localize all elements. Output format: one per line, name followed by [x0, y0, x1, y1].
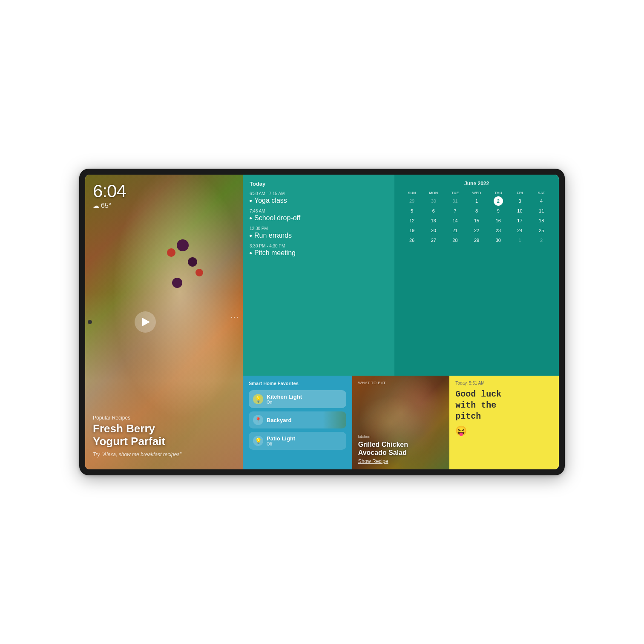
weather-widget: ☁ 65° [93, 202, 126, 210]
device-status: On [267, 400, 342, 405]
cal-day[interactable]: 13 [429, 216, 438, 225]
cal-day[interactable]: 3 [515, 196, 524, 206]
weather-icon: ☁ [93, 202, 99, 210]
recipe-hint: Try "Alexa, show me breakfast recipes" [93, 451, 235, 457]
cal-day[interactable]: 2 [537, 236, 546, 245]
show-recipe-button[interactable]: Show Recipe [358, 458, 444, 464]
cal-day[interactable]: 6 [429, 206, 438, 216]
cal-day[interactable]: 7 [450, 206, 460, 216]
cal-day[interactable]: 15 [472, 216, 481, 225]
schedule-time: 3:30 PM - 4:30 PM [250, 244, 388, 248]
schedule-time: 6:30 AM - 7:15 AM [250, 191, 388, 196]
cal-day-today[interactable]: 2 [494, 196, 503, 206]
bulb-on-icon: 💡 [253, 394, 263, 404]
cal-day[interactable]: 28 [450, 236, 460, 245]
schedule-time: 12:30 PM [250, 226, 388, 231]
schedule-event-name: Yoga class [250, 197, 388, 204]
note-timestamp: Today, 5:51 AM [455, 381, 553, 385]
bullet-icon [250, 217, 252, 219]
cal-day[interactable]: 29 [407, 196, 417, 206]
cal-day[interactable]: 1 [515, 236, 524, 245]
cal-day[interactable]: 14 [450, 216, 460, 225]
calendar-panel: June 2022 SUN MON TUE WED THU FRI SAT 29… [394, 175, 559, 376]
berry-decoration [177, 239, 189, 251]
cal-day[interactable]: 22 [472, 226, 481, 235]
food-panel-content: What To Eat kitchen Grilled ChickenAvoca… [352, 376, 450, 469]
schedule-event-name: Pitch meeting [250, 249, 388, 257]
cal-day[interactable]: 5 [407, 206, 417, 216]
cal-day[interactable]: 27 [429, 236, 438, 245]
location-icon: 📍 [253, 415, 263, 425]
cal-day[interactable]: 30 [429, 196, 438, 206]
calendar-grid: SUN MON TUE WED THU FRI SAT 29 30 31 1 2… [401, 190, 552, 245]
smart-home-panel: Smart Home Favorites 💡 Kitchen Light On … [243, 376, 352, 469]
cal-day[interactable]: 24 [515, 226, 524, 235]
berry-decoration [188, 257, 197, 267]
cal-day[interactable]: 12 [407, 216, 417, 225]
recipe-info: Popular Recipes Fresh BerryYogurt Parfai… [93, 415, 235, 457]
bullet-icon [250, 235, 252, 237]
cal-day[interactable]: 16 [494, 216, 503, 225]
bottom-row: Smart Home Favorites 💡 Kitchen Light On … [243, 376, 559, 469]
cal-day[interactable]: 10 [515, 206, 524, 216]
note-emoji: 😝 [455, 426, 553, 437]
recipe-category: Popular Recipes [93, 415, 235, 421]
food-tag: What To Eat [358, 381, 386, 385]
cal-day[interactable]: 9 [494, 206, 503, 216]
play-button[interactable] [135, 311, 156, 333]
cal-day[interactable]: 20 [429, 226, 438, 235]
cal-day[interactable]: 29 [472, 236, 481, 245]
device-name: Patio Light [267, 435, 342, 442]
media-panel: 6:04 ☁ 65° Popular Recipes Fresh BerryYo… [85, 175, 243, 469]
cal-day[interactable]: 17 [515, 216, 524, 225]
clock: 6:04 [93, 182, 126, 200]
smart-home-title: Smart Home Favorites [249, 381, 346, 386]
cal-day[interactable]: 18 [537, 216, 546, 225]
cal-day[interactable]: 8 [472, 206, 481, 216]
cal-day[interactable]: 26 [407, 236, 417, 245]
schedule-event-name: School drop-off [250, 214, 388, 222]
schedule-title: Today [250, 181, 388, 187]
echo-show-device: 6:04 ☁ 65° Popular Recipes Fresh BerryYo… [79, 169, 565, 475]
cal-day[interactable]: 25 [537, 226, 546, 235]
more-options-button[interactable]: ⋮ [230, 313, 239, 322]
cal-day[interactable]: 11 [537, 206, 546, 216]
info-panels: Today 6:30 AM - 7:15 AM Yoga class 7:45 … [243, 175, 559, 469]
device-name: Kitchen Light [267, 394, 342, 400]
calendar-title: June 2022 [401, 181, 552, 187]
dow-tue: TUE [445, 190, 466, 196]
schedule-item[interactable]: 6:30 AM - 7:15 AM Yoga class [250, 191, 388, 204]
note-text: Good luckwith thepitch [455, 389, 553, 422]
kitchen-light-device[interactable]: 💡 Kitchen Light On [249, 390, 346, 408]
cal-day[interactable]: 4 [537, 196, 546, 206]
patio-light-device[interactable]: 💡 Patio Light Off [249, 432, 346, 450]
cal-day[interactable]: 1 [472, 196, 481, 206]
cal-day[interactable]: 30 [494, 236, 503, 245]
bullet-icon [250, 200, 252, 202]
schedule-panel: Today 6:30 AM - 7:15 AM Yoga class 7:45 … [243, 175, 394, 376]
dow-wed: WED [466, 190, 487, 196]
schedule-item[interactable]: 3:30 PM - 4:30 PM Pitch meeting [250, 244, 388, 257]
cal-day[interactable]: 31 [450, 196, 460, 206]
schedule-item[interactable]: 12:30 PM Run errands [250, 226, 388, 239]
dow-sat: SAT [531, 190, 552, 196]
food-location: kitchen [358, 434, 444, 439]
schedule-time: 7:45 AM [250, 209, 388, 213]
recipe-title[interactable]: Fresh BerryYogurt Parfait [93, 423, 235, 448]
cal-day[interactable]: 23 [494, 226, 503, 235]
device-info: Kitchen Light On [267, 394, 342, 405]
berry-decoration [172, 278, 182, 288]
sticky-note-panel: Today, 5:51 AM Good luckwith thepitch 😝 [449, 376, 559, 469]
food-suggestion-panel: What To Eat kitchen Grilled ChickenAvoca… [352, 376, 450, 469]
food-dish-name: Grilled ChickenAvocado Salad [358, 440, 444, 457]
backyard-image [323, 411, 346, 428]
backyard-device[interactable]: 📍 Backyard [249, 411, 346, 428]
cal-day[interactable]: 21 [450, 226, 460, 235]
cal-day[interactable]: 19 [407, 226, 417, 235]
top-row: Today 6:30 AM - 7:15 AM Yoga class 7:45 … [243, 175, 559, 376]
schedule-item[interactable]: 7:45 AM School drop-off [250, 209, 388, 222]
schedule-event-name: Run errands [250, 232, 388, 239]
device-screen: 6:04 ☁ 65° Popular Recipes Fresh BerryYo… [85, 175, 559, 469]
bulb-off-icon: 💡 [253, 436, 263, 446]
dow-sun: SUN [401, 190, 423, 196]
